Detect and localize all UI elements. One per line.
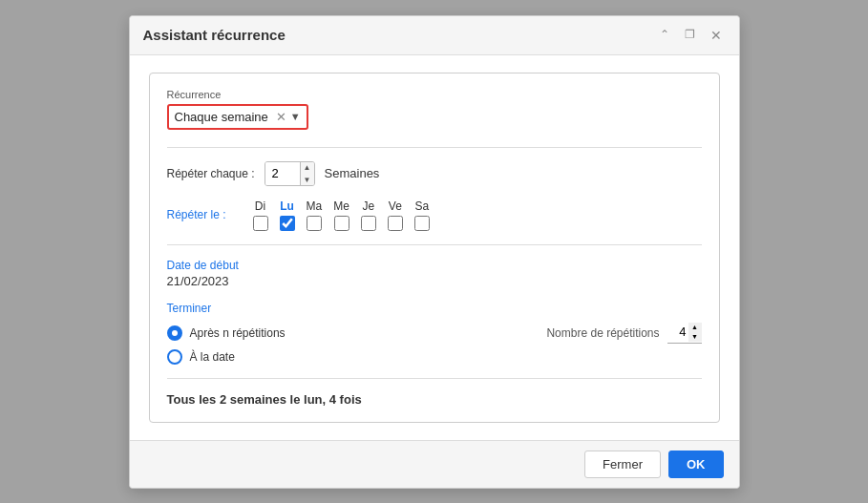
recurrence-select-icons: ✕ ▼: [276, 110, 301, 124]
day-label-di: Di: [255, 199, 265, 213]
repeat-each-row: Répéter chaque : ▲ ▼ Semaines: [167, 161, 702, 186]
nb-rep-container: Nombre de répétitions 4 ▲ ▼: [286, 323, 702, 344]
dialog-overlay: Assistant récurrence ⌃ ❐ ✕ Récurrence Ch…: [0, 0, 868, 503]
recurrence-label: Récurrence: [167, 89, 702, 100]
day-checkbox-sa[interactable]: [414, 216, 430, 231]
after-n-row: Après n répétitions Nombre de répétition…: [167, 323, 702, 344]
day-col-ve: Ve: [388, 199, 403, 231]
radio-at-date[interactable]: [167, 349, 182, 365]
at-date-row: À la date: [167, 349, 702, 365]
at-date-label: À la date: [190, 350, 235, 364]
nb-rep-input-container: 4 ▲ ▼: [667, 323, 702, 344]
day-label-sa: Sa: [415, 199, 430, 213]
repeat-each-unit: Semaines: [325, 166, 380, 180]
nb-repetitions-label: Nombre de répétitions: [546, 326, 659, 340]
start-date-section: Date de début 21/02/2023: [167, 259, 702, 288]
divider-3: [167, 378, 702, 379]
day-checkbox-ma[interactable]: [307, 216, 322, 231]
clear-recurrence-icon[interactable]: ✕: [276, 110, 286, 124]
day-col-sa: Sa: [414, 199, 430, 231]
day-checkbox-lu[interactable]: [280, 216, 295, 231]
terminer-label: Terminer: [167, 302, 702, 315]
dialog: Assistant récurrence ⌃ ❐ ✕ Récurrence Ch…: [129, 15, 740, 489]
cancel-button[interactable]: Fermer: [584, 451, 661, 478]
day-checkbox-di[interactable]: [253, 216, 268, 231]
day-label-ve: Ve: [389, 199, 402, 213]
repeat-each-label: Répéter chaque :: [167, 167, 255, 180]
day-checkbox-je[interactable]: [361, 216, 376, 231]
nb-rep-value: 4: [667, 325, 687, 339]
nb-rep-up[interactable]: ▲: [688, 323, 702, 332]
dialog-footer: Fermer OK: [130, 440, 739, 488]
dialog-title: Assistant récurrence: [143, 27, 286, 43]
day-label-je: Je: [363, 199, 375, 213]
day-col-je: Je: [361, 199, 376, 231]
radio-after-n[interactable]: [167, 325, 182, 341]
summary-text: Tous les 2 semaines le lun, 4 fois: [167, 392, 702, 407]
after-n-label: Après n répétitions: [190, 326, 286, 340]
nb-rep-spin: ▲ ▼: [688, 323, 702, 342]
day-checkbox-ve[interactable]: [388, 216, 403, 231]
day-col-di: Di: [253, 199, 268, 231]
repeat-on-label: Répéter le :: [167, 208, 253, 221]
dialog-header-icons: ⌃ ❐ ✕: [656, 26, 726, 45]
divider-2: [167, 244, 702, 245]
day-col-me: Me: [333, 199, 349, 231]
day-label-lu: Lu: [280, 199, 294, 213]
day-col-lu: Lu: [280, 199, 295, 231]
start-date-label: Date de début: [167, 259, 702, 272]
close-icon[interactable]: ✕: [707, 26, 726, 45]
repeat-each-up[interactable]: ▲: [301, 161, 314, 174]
nb-rep-down[interactable]: ▼: [688, 332, 702, 342]
repeat-each-down[interactable]: ▼: [301, 174, 314, 186]
day-checkbox-me[interactable]: [334, 216, 349, 231]
start-date-value: 21/02/2023: [167, 274, 702, 288]
terminer-section: Terminer Après n répétitions Nombre de r…: [167, 302, 702, 365]
maximize-icon[interactable]: ❐: [681, 26, 699, 45]
repeat-each-input[interactable]: [265, 162, 300, 185]
repeat-each-spinner[interactable]: ▲ ▼: [265, 161, 315, 186]
repeat-on-row: Répéter le : Di Lu: [167, 199, 702, 231]
minimize-icon[interactable]: ⌃: [656, 26, 673, 45]
recurrence-field: Récurrence Chaque semaine ✕ ▼: [167, 89, 702, 130]
ok-button[interactable]: OK: [668, 451, 724, 478]
day-label-me: Me: [333, 199, 349, 213]
repeat-each-spin-buttons: ▲ ▼: [300, 161, 314, 186]
days-grid: Di Lu Ma: [253, 199, 430, 231]
content-card: Récurrence Chaque semaine ✕ ▼ Répéter ch…: [149, 73, 720, 423]
dropdown-arrow-icon[interactable]: ▼: [290, 111, 301, 122]
day-col-ma: Ma: [307, 199, 323, 231]
recurrence-select[interactable]: Chaque semaine ✕ ▼: [167, 104, 308, 130]
divider-1: [167, 147, 702, 148]
dialog-body: Récurrence Chaque semaine ✕ ▼ Répéter ch…: [130, 55, 739, 440]
recurrence-value: Chaque semaine: [175, 110, 268, 124]
day-label-ma: Ma: [307, 199, 323, 213]
dialog-header: Assistant récurrence ⌃ ❐ ✕: [130, 16, 739, 55]
